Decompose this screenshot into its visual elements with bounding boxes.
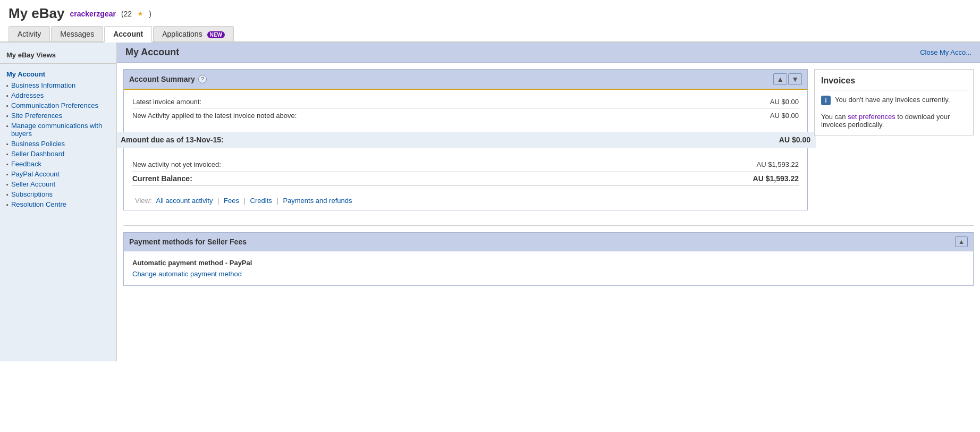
sidebar-item-subscriptions[interactable]: ▪ Subscriptions [0,189,116,199]
new-uninvoiced-row: New activity not yet invoiced: AU $1,593… [132,158,799,172]
star-icon: ★ [137,10,143,18]
account-summary-section: Account Summary ? ▲ ▼ Latest invoice amo… [123,69,808,210]
amount-due-value: AU $0.00 [779,135,810,144]
bullet-icon: ▪ [6,151,9,157]
new-uninvoiced-value: AU $1,593.22 [756,160,799,168]
sidebar-item-paypal[interactable]: ▪ PayPal Account [0,169,116,179]
sidebar-item-feedback[interactable]: ▪ Feedback [0,159,116,169]
tab-bar: Activity Messages Account Applications N… [0,22,980,43]
main-content: My Account Close My Acco... Account Summ… [117,43,980,361]
invoice-amount-label: Latest invoice amount: [132,98,201,106]
payment-methods-title: Payment methods for Seller Fees [129,238,247,246]
separator-3: | [276,197,280,205]
bullet-icon: ▪ [6,82,9,89]
new-activity-value: AU $0.00 [770,112,799,120]
sidebar-item-communication[interactable]: ▪ Communication Preferences [0,100,116,111]
sidebar-item-resolution[interactable]: ▪ Resolution Centre [0,199,116,209]
sidebar-item-seller-account[interactable]: ▪ Seller Account [0,179,116,189]
view-payments-link[interactable]: Payments and refunds [283,197,352,205]
view-links: View: All account activity | Fees | Cred… [124,191,807,210]
current-balance-label: Current Balance: [132,174,192,183]
inner-content: Account Summary ? ▲ ▼ Latest invoice amo… [117,63,980,225]
amount-due-label: Amount due as of 13-Nov-15: [121,135,224,144]
page-header: My eBay crackerzgear (22 ★ ) [0,0,980,22]
invoice-amount-row: Latest invoice amount: AU $0.00 [132,95,799,109]
page-header-bar: My Account Close My Acco... [117,43,980,63]
payment-collapse-button[interactable]: ▲ [955,236,968,247]
view-label: View: [135,197,152,205]
view-credits-link[interactable]: Credits [250,197,272,205]
payment-methods-header: Payment methods for Seller Fees ▲ [123,232,974,251]
expand-down-button[interactable]: ▼ [788,73,802,85]
new-activity-label: New Activity applied to the latest invoi… [132,112,297,120]
panel-header-actions: ▲ ▼ [773,73,802,85]
bullet-icon: ▪ [6,92,9,99]
tab-account[interactable]: Account [104,26,152,43]
current-balance-row: Current Balance: AU $1,593.22 [132,172,799,186]
bullet-icon: ▪ [6,103,9,109]
bullet-icon: ▪ [6,171,9,177]
payment-methods-section: Payment methods for Seller Fees ▲ Automa… [123,232,974,286]
separator-1: | [217,197,221,205]
sidebar-item-manage-comms[interactable]: ▪ Manage communications with buyers [0,121,116,139]
invoices-panel: Invoices i You don't have any invoices c… [814,69,974,135]
rating-end: ) [149,10,151,18]
bullet-icon: ▪ [6,201,9,208]
separator-2: | [244,197,248,205]
sidebar-item-addresses[interactable]: ▪ Addresses [0,90,116,100]
bullet-icon: ▪ [6,181,9,188]
invoices-info-text: You don't have any invoices currently. [835,96,950,104]
bullet-icon: ▪ [6,123,9,129]
main-layout: My eBay Views My Account ▪ Business Info… [0,43,980,361]
sidebar-item-seller-dashboard[interactable]: ▪ Seller Dashboard [0,149,116,159]
new-activity-row: New Activity applied to the latest invoi… [132,109,799,122]
invoice-amount-value: AU $0.00 [770,98,799,106]
sidebar-header: My eBay Views [0,48,116,64]
sidebar-item-site-prefs[interactable]: ▪ Site Preferences [0,111,116,121]
separator [123,225,974,226]
tab-applications[interactable]: Applications NEW [153,26,234,41]
bullet-icon: ▪ [6,141,9,147]
view-all-activity-link[interactable]: All account activity [156,197,213,205]
new-uninvoiced-label: New activity not yet invoiced: [132,160,221,168]
bullet-icon: ▪ [6,113,9,119]
change-payment-link[interactable]: Change automatic payment method [132,270,242,278]
invoices-title: Invoices [821,76,967,90]
sidebar-item-business-policies[interactable]: ▪ Business Policies [0,139,116,149]
tab-activity[interactable]: Activity [9,26,50,41]
rating-text: (22 [121,10,132,18]
view-fees-link[interactable]: Fees [224,197,239,205]
help-icon[interactable]: ? [198,75,207,83]
close-account-link[interactable]: Close My Acco... [920,48,971,56]
below-amount-due: New activity not yet invoiced: AU $1,593… [124,153,807,191]
sidebar-item-business-info[interactable]: ▪ Business Information [0,80,116,90]
payment-methods-body: Automatic payment method - PayPal Change… [123,251,974,286]
payment-method-title: Automatic payment method - PayPal [132,259,965,267]
new-badge: NEW [207,31,225,38]
page-title: My Account [125,47,179,58]
tab-messages[interactable]: Messages [51,26,103,41]
account-summary-title: Account Summary [129,75,195,83]
bullet-icon: ▪ [6,161,9,167]
account-panel: Account Summary ? ▲ ▼ Latest invoice amo… [123,69,808,219]
account-summary-header: Account Summary ? ▲ ▼ [124,70,807,90]
set-preferences-link[interactable]: set preferences [848,113,895,121]
username-link[interactable]: crackerzgear [70,10,116,18]
sidebar-section-title[interactable]: My Account [0,67,116,80]
current-balance-value: AU $1,593.22 [753,174,799,183]
invoices-pref: You can set preferences to download your… [821,113,967,129]
amount-due-row: Amount due as of 13-Nov-15: AU $0.00 [117,132,816,148]
site-title: My eBay [9,5,65,22]
pref-text-before: You can [821,113,848,121]
collapse-up-button[interactable]: ▲ [773,73,787,85]
bullet-icon: ▪ [6,191,9,198]
invoices-info: i You don't have any invoices currently. [821,96,967,105]
sidebar: My eBay Views My Account ▪ Business Info… [0,43,117,361]
summary-body: Latest invoice amount: AU $0.00 New Acti… [124,90,807,128]
info-icon: i [821,96,831,105]
